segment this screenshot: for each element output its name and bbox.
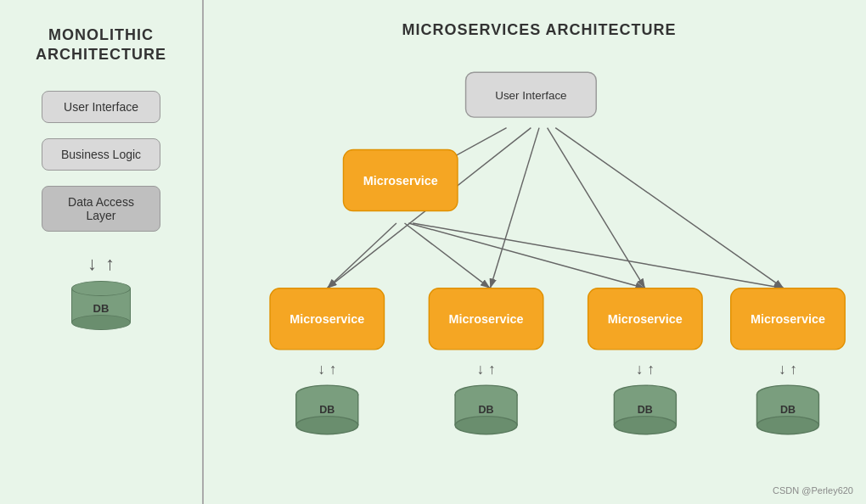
svg-line-7: [408, 223, 645, 288]
svg-text:↑: ↑: [647, 361, 655, 378]
mono-user-interface-box: User Interface: [42, 91, 160, 123]
monolithic-title: MONOLITHICARCHITECTURE: [36, 25, 166, 65]
svg-text:Microservice: Microservice: [290, 312, 364, 326]
svg-text:DB: DB: [780, 404, 796, 416]
svg-text:Microservice: Microservice: [608, 312, 683, 326]
svg-text:↓: ↓: [477, 361, 485, 378]
mono-bl-label: Business Logic: [61, 148, 141, 161]
footer-text: CSDN @Perley620: [773, 485, 853, 496]
mono-db: DB: [71, 281, 131, 330]
svg-point-44: [614, 417, 676, 434]
svg-line-8: [413, 223, 784, 288]
architecture-diagram: User Interface Microservice Microservice…: [229, 48, 849, 480]
arrow-up-icon: ↑: [105, 247, 115, 281]
svg-point-28: [296, 417, 358, 434]
svg-point-36: [455, 417, 517, 434]
svg-text:↓: ↓: [318, 361, 325, 378]
svg-text:↓: ↓: [779, 361, 786, 378]
svg-text:Microservice: Microservice: [449, 312, 524, 326]
svg-text:Microservice: Microservice: [363, 174, 438, 188]
svg-line-4: [555, 128, 784, 288]
microservices-title: MICROSERVICES ARCHITECTURE: [229, 21, 849, 39]
left-panel: MONOLITHICARCHITECTURE User Interface Bu…: [0, 0, 204, 504]
mono-db-label: DB: [93, 302, 110, 315]
svg-point-52: [756, 417, 818, 434]
svg-text:↓: ↓: [636, 361, 644, 378]
svg-text:DB: DB: [319, 404, 335, 416]
svg-text:Microservice: Microservice: [751, 312, 825, 326]
mono-db-arrows: ↓ ↑: [87, 247, 115, 281]
mono-ui-label: User Interface: [64, 100, 138, 114]
main-container: MONOLITHICARCHITECTURE User Interface Bu…: [0, 0, 866, 504]
svg-text:↑: ↑: [329, 361, 337, 378]
arrow-down-icon: ↓: [87, 247, 97, 281]
mono-data-access-box: Data AccessLayer: [42, 186, 160, 232]
svg-line-3: [548, 128, 645, 288]
svg-text:DB: DB: [479, 404, 494, 416]
svg-line-2: [490, 128, 539, 288]
svg-text:↑: ↑: [488, 361, 496, 378]
svg-line-5: [327, 223, 396, 288]
mono-dal-label: Data AccessLayer: [68, 195, 134, 222]
mono-business-logic-box: Business Logic: [42, 138, 160, 171]
svg-text:User Interface: User Interface: [495, 89, 566, 102]
svg-text:↑: ↑: [790, 361, 797, 378]
mono-db-top: [71, 281, 131, 296]
svg-line-6: [405, 223, 491, 288]
right-panel: MICROSERVICES ARCHITECTURE: [204, 0, 866, 504]
svg-text:DB: DB: [638, 404, 653, 416]
mono-db-bottom: [71, 315, 131, 330]
